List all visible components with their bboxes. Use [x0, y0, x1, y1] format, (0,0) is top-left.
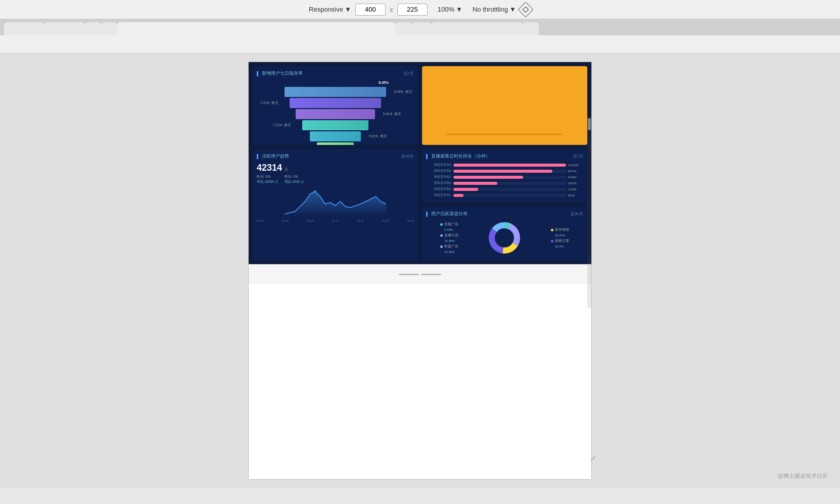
tab-1[interactable] [4, 22, 44, 35]
responsive-arrow: ▼ [345, 6, 351, 13]
trend-panel-title: 活跃用户趋势 近30天 [257, 153, 414, 160]
funnel-layer-2: 7.21% 第天 [290, 98, 381, 108]
rotate-icon[interactable] [518, 2, 533, 17]
funnel-panel: 新增用户七日留存率 近7天 8.45% 8.45% 第天 [253, 66, 418, 145]
tab-2[interactable] [44, 22, 85, 35]
trend-title-accent [257, 154, 258, 159]
svg-point-6 [314, 190, 316, 192]
dist-panel-title: 用户活跃渠道分布 近30天 [426, 211, 583, 217]
live-panel-title: 直播观看总时长排名（分钟） 近7天 [426, 153, 583, 160]
dist-title-accent [426, 212, 428, 217]
dist-time-label: 近30天 [571, 211, 583, 217]
trend-chart-svg [257, 186, 414, 217]
trend-time-label: 近30天 [401, 154, 414, 159]
live-bar-row-6: 财富直升机F 9032 [426, 193, 583, 197]
scroll-handle-1 [399, 274, 419, 275]
funnel-layer-5: 5.81% 第天 [310, 131, 361, 141]
live-bar-row-4: 财富直升机D 39034 [426, 181, 583, 185]
donut-legend-left: 短视广告 6.53% 直播引流 33.36% 联盟广告 [440, 222, 458, 254]
funnel-title-text: 新增用户七日留存率 [262, 71, 303, 76]
orange-panel-content [447, 134, 563, 135]
legend-item-1: 短视广告 [440, 222, 458, 227]
tabs-bar [0, 19, 840, 35]
title-accent [257, 71, 258, 76]
svg-rect-0 [523, 7, 528, 12]
live-title-text: 直播观看总时长排名（分钟） [431, 154, 490, 159]
legend-item-2: 直播引流 [440, 233, 458, 238]
right-bottom-col: 直播观看总时长排名（分钟） 近7天 财富直升机A 100230 [422, 149, 587, 260]
zoom-arrow: ▼ [456, 6, 462, 13]
funnel-layer-6: 1.92% 第天 第天 [317, 142, 353, 145]
svg-line-15 [593, 458, 595, 460]
trend-x-labels: 09-01 09-05 09-10 09-15 09-20 09-25 09-3… [257, 219, 414, 222]
tab-active[interactable] [117, 22, 395, 35]
tab-8[interactable] [523, 22, 539, 35]
svg-marker-5 [285, 191, 386, 217]
zoom-selector[interactable]: 100% ▼ [438, 6, 462, 13]
watermark: @稀土掘金技术社区 [778, 472, 828, 480]
device-bottom-bar [249, 264, 591, 284]
live-bar-row-3: 财富直升机C 62492 [426, 175, 583, 179]
main-area: 新增用户七日留存率 近7天 8.45% 8.45% 第天 [0, 54, 840, 488]
live-bar-row-5: 财富直升机E 22439 [426, 187, 583, 191]
width-input[interactable] [355, 4, 386, 16]
trend-unit: 人 [284, 166, 289, 173]
donut-legend-right: 软件营销 18.42% 搜索引擎 33.2% [551, 228, 569, 248]
tab-7[interactable] [432, 22, 523, 35]
legend-item-3: 联盟广告 [440, 244, 458, 249]
funnel-chart: 8.45% 8.45% 第天 7.21% 第天 5.81% 第天 [257, 85, 414, 145]
trend-stat-1: 昨日: 0% 环比 42234 人 [257, 175, 278, 184]
legend-item-4: 软件营销 [551, 228, 569, 232]
live-time-label: 近7天 [573, 154, 583, 159]
responsive-label: Responsive [309, 6, 343, 13]
trend-panel: 活跃用户趋势 近30天 42314 人 昨日: 0% 环比 42234 人 昨日… [253, 149, 418, 260]
url-bar [0, 35, 840, 54]
live-bar-chart: 财富直升机A 100230 财富直升机B 88744 [426, 163, 583, 197]
orange-panel [422, 66, 587, 145]
live-bar-row-2: 财富直升机B 88744 [426, 169, 583, 173]
throttle-arrow: ▼ [509, 6, 516, 13]
funnel-panel-title: 新增用户七日留存率 近7天 [257, 70, 414, 77]
funnel-layer-4: 7.21% 第天 [302, 120, 368, 130]
funnel-time-label: 近7天 [404, 71, 414, 76]
responsive-selector[interactable]: Responsive ▼ [309, 6, 351, 13]
trend-big-num: 42314 [257, 163, 282, 173]
device-frame: 新增用户七日留存率 近7天 8.45% 8.45% 第天 [248, 62, 592, 480]
dimension-separator: x [390, 6, 393, 14]
tab-4[interactable] [101, 22, 117, 35]
tab-5[interactable] [395, 22, 411, 35]
throttle-label: No throttling [473, 6, 508, 13]
throttle-selector[interactable]: No throttling ▼ [473, 6, 516, 13]
trend-title-text: 活跃用户趋势 [262, 154, 289, 159]
toolbar: Responsive ▼ x 100% ▼ No throttling ▼ [0, 0, 840, 19]
donut-chart-area: 短视广告 6.53% 直播引流 33.36% 联盟广告 [426, 220, 583, 256]
live-panel: 直播观看总时长排名（分钟） 近7天 财富直升机A 100230 [422, 149, 587, 203]
svg-line-14 [591, 456, 595, 460]
dist-title-text: 用户活跃渠道分布 [431, 211, 468, 216]
trend-big-num-row: 42314 人 [257, 163, 414, 173]
trend-stat-2: 昨日: 0% 同比 2342 人 [285, 175, 304, 184]
dist-panel: 用户活跃渠道分布 近30天 短视广告 6.53% [422, 207, 587, 260]
dashboard: 新增用户七日留存率 近7天 8.45% 8.45% 第天 [249, 62, 591, 264]
live-bar-row-1: 财富直升机A 100230 [426, 163, 583, 167]
tab-6[interactable] [411, 22, 432, 35]
tab-3[interactable] [85, 22, 101, 35]
height-input[interactable] [397, 4, 428, 16]
scroll-handle-2 [421, 274, 441, 275]
svg-point-13 [495, 229, 514, 247]
zoom-label: 100% [438, 6, 454, 13]
resize-handle[interactable] [589, 454, 597, 464]
live-title-accent [426, 154, 428, 159]
device-scrollbar[interactable] [587, 117, 591, 309]
legend-item-5: 搜索引擎 [551, 239, 569, 243]
funnel-layer-3: 5.81% 第天 [296, 109, 375, 119]
donut-svg [487, 220, 522, 256]
funnel-layer-1: 8.45% 第天 [285, 87, 386, 97]
trend-stats: 昨日: 0% 环比 42234 人 昨日: 0% 同比 2342 人 [257, 175, 414, 184]
scrollbar-thumb [588, 118, 591, 130]
